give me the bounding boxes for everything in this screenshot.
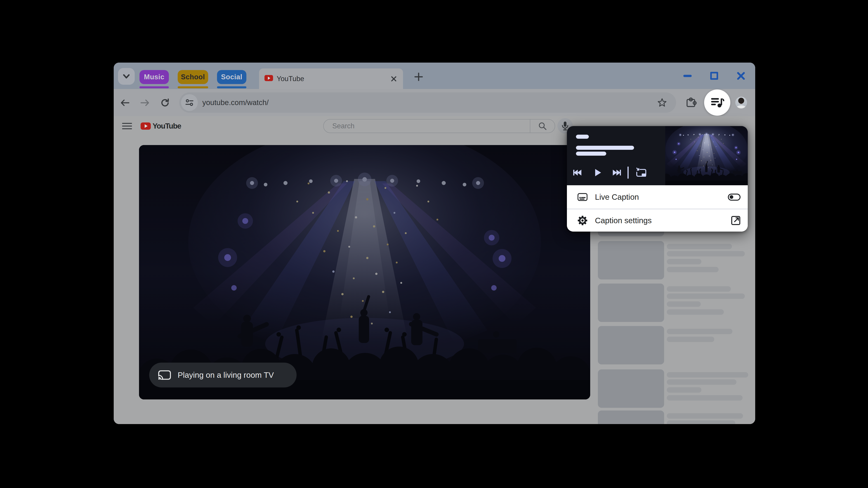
- new-tab-button[interactable]: [413, 72, 424, 82]
- text-line-placeholder: [667, 244, 732, 249]
- cast-status-pill: Playing on a living room TV: [149, 363, 297, 387]
- extensions-button[interactable]: [683, 94, 699, 111]
- suggested-video-item[interactable]: [598, 284, 755, 322]
- play-icon: [594, 168, 601, 177]
- live-caption-icon: [577, 193, 588, 201]
- cast-status-text: Playing on a living room TV: [178, 370, 274, 380]
- suggested-video-item[interactable]: [598, 241, 755, 280]
- search-bar[interactable]: Search: [323, 119, 555, 133]
- tab-group-label: Social: [221, 73, 242, 81]
- text-line-placeholder: [667, 337, 714, 342]
- back-button[interactable]: [117, 95, 133, 111]
- picture-in-picture-button[interactable]: [632, 164, 650, 181]
- suggested-video-item[interactable]: [598, 326, 755, 364]
- minimize-button[interactable]: [683, 75, 692, 77]
- text-line-placeholder: [667, 301, 701, 307]
- tab-strip: Music School Social YouTube: [114, 63, 755, 89]
- media-session-panel: [567, 126, 748, 185]
- tab-group-chip-music[interactable]: Music: [140, 70, 169, 84]
- video-player[interactable]: Playing on a living room TV: [139, 145, 590, 399]
- menu-button[interactable]: [122, 121, 132, 131]
- site-info-button[interactable]: [181, 94, 198, 111]
- text-line-placeholder: [667, 259, 702, 264]
- cast-icon: [158, 370, 171, 380]
- media-controls-button[interactable]: [704, 90, 730, 116]
- text-line-placeholder: [667, 286, 731, 292]
- tab-search-button[interactable]: [118, 68, 135, 85]
- toggle-knob: [730, 195, 733, 199]
- reload-icon: [160, 98, 170, 108]
- url-text: youtube.com/watch/: [202, 92, 269, 113]
- chevron-down-icon: [122, 72, 131, 80]
- desktop-background: Music School Social YouTube: [0, 0, 868, 488]
- previous-track-button[interactable]: [567, 164, 589, 181]
- video-dim-overlay: [139, 145, 590, 399]
- text-line-placeholder: [667, 387, 702, 393]
- plus-icon: [414, 72, 424, 82]
- search-button[interactable]: [530, 120, 555, 133]
- browser-toolbar: youtube.com/watch/: [114, 89, 755, 116]
- text-line-placeholder: [667, 329, 733, 334]
- previous-track-icon: [573, 169, 583, 176]
- tab-group-label: School: [181, 73, 205, 81]
- video-thumbnail-placeholder: [598, 241, 664, 280]
- concert-artwork-image: [665, 126, 748, 185]
- tab-group-underline-school: [178, 86, 208, 88]
- video-thumbnail-placeholder: [598, 411, 664, 424]
- controls-divider: [627, 166, 629, 179]
- site-settings-icon: [185, 98, 194, 107]
- tab-close-button[interactable]: [390, 75, 398, 83]
- forward-button[interactable]: [137, 95, 153, 111]
- next-track-button[interactable]: [607, 164, 626, 181]
- text-line-placeholder: [667, 379, 737, 385]
- live-caption-row[interactable]: Live Caption: [567, 185, 748, 209]
- suggested-video-item[interactable]: [598, 411, 755, 424]
- close-icon: [391, 75, 397, 82]
- address-bar[interactable]: youtube.com/watch/: [179, 92, 676, 113]
- live-caption-label: Live Caption: [595, 193, 639, 201]
- tab-group-chip-social[interactable]: Social: [217, 70, 246, 84]
- search-input[interactable]: Search: [324, 122, 530, 130]
- live-caption-toggle[interactable]: [728, 194, 741, 201]
- video-thumbnail-placeholder: [598, 284, 664, 322]
- video-thumbnail-placeholder: [598, 369, 664, 408]
- menu-icon: [122, 123, 132, 124]
- caption-settings-row[interactable]: Caption settings: [567, 209, 748, 232]
- search-icon: [537, 121, 548, 131]
- media-playback-controls: [567, 164, 665, 181]
- maximize-button[interactable]: [710, 72, 718, 80]
- text-line-placeholder: [667, 420, 735, 424]
- caption-settings-label: Caption settings: [595, 216, 652, 225]
- tab-youtube[interactable]: YouTube: [259, 68, 403, 89]
- next-track-icon: [612, 169, 621, 176]
- media-controls-popup: Live Caption Caption settings: [567, 126, 748, 232]
- text-line-placeholder: [667, 251, 745, 256]
- youtube-logo[interactable]: YouTube: [141, 119, 181, 133]
- tab-group-underline-music: [140, 86, 169, 88]
- profile-avatar[interactable]: [735, 97, 747, 108]
- play-button[interactable]: [589, 164, 607, 181]
- youtube-wordmark: YouTube: [153, 122, 181, 130]
- star-icon: [657, 97, 667, 108]
- video-thumbnail-placeholder: [598, 326, 664, 364]
- back-icon: [120, 98, 130, 107]
- forward-icon: [140, 98, 150, 107]
- text-line-placeholder: [667, 413, 743, 419]
- close-window-button[interactable]: [737, 72, 745, 80]
- media-playlist-music-icon: [710, 96, 724, 109]
- media-text-placeholder: [576, 152, 606, 156]
- bookmark-button[interactable]: [654, 94, 670, 111]
- tab-title: YouTube: [277, 68, 304, 89]
- browser-window: Music School Social YouTube: [114, 63, 755, 424]
- youtube-favicon-icon: [265, 75, 273, 81]
- media-text-placeholder: [576, 135, 589, 139]
- text-line-placeholder: [667, 267, 719, 272]
- gear-icon: [577, 215, 588, 226]
- text-line-placeholder: [667, 293, 745, 299]
- text-line-placeholder: [667, 372, 748, 378]
- text-line-placeholder: [667, 395, 743, 400]
- tab-group-chip-school[interactable]: School: [178, 70, 208, 84]
- reload-button[interactable]: [157, 95, 173, 111]
- suggested-video-item[interactable]: [598, 369, 755, 408]
- picture-in-picture-icon: [636, 168, 647, 177]
